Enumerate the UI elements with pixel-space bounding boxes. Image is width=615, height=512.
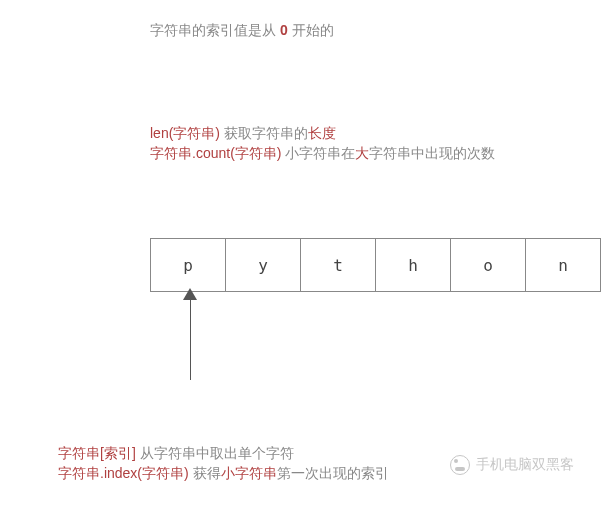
cell: o bbox=[451, 239, 526, 292]
text: 小字符串在 bbox=[285, 145, 355, 161]
watermark-text: 手机电脑双黑客 bbox=[476, 456, 574, 474]
cell: t bbox=[301, 239, 376, 292]
cell: n bbox=[526, 239, 601, 292]
table-row: p y t h o n bbox=[151, 239, 601, 292]
watermark: 手机电脑双黑客 bbox=[450, 455, 574, 475]
subscript-code: 字符串[索引] bbox=[58, 445, 140, 461]
cell: y bbox=[226, 239, 301, 292]
count-code: 字符串.count(字符串) bbox=[150, 145, 285, 161]
count-bold: 大 bbox=[355, 145, 369, 161]
index-pointer-arrow bbox=[180, 288, 200, 378]
arrow-up-icon bbox=[183, 288, 197, 300]
zero-emph: 0 bbox=[280, 22, 288, 38]
len-description: len(字符串) 获取字符串的长度 bbox=[150, 125, 336, 143]
len-bold: 长度 bbox=[308, 125, 336, 141]
count-description: 字符串.count(字符串) 小字符串在大字符串中出现的次数 bbox=[150, 145, 495, 163]
text: 字符串的索引值是从 bbox=[150, 22, 280, 38]
text: 第一次出现的索引 bbox=[277, 465, 389, 481]
cell: h bbox=[376, 239, 451, 292]
text: 获得 bbox=[193, 465, 221, 481]
indexof-code: 字符串.index(字符串) bbox=[58, 465, 193, 481]
text: 从字符串中取出单个字符 bbox=[140, 445, 294, 461]
index-start-note: 字符串的索引值是从 0 开始的 bbox=[150, 22, 334, 40]
indexof-bold: 小字符串 bbox=[221, 465, 277, 481]
len-code: len(字符串) bbox=[150, 125, 224, 141]
string-cells-table: p y t h o n bbox=[150, 238, 601, 292]
indexof-description: 字符串.index(字符串) 获得小字符串第一次出现的索引 bbox=[58, 465, 389, 483]
text: 获取字符串的 bbox=[224, 125, 308, 141]
text: 字符串中出现的次数 bbox=[369, 145, 495, 161]
wechat-icon bbox=[450, 455, 470, 475]
arrow-stem bbox=[190, 300, 191, 380]
subscript-description: 字符串[索引] 从字符串中取出单个字符 bbox=[58, 445, 294, 463]
cell: p bbox=[151, 239, 226, 292]
text: 开始的 bbox=[288, 22, 334, 38]
